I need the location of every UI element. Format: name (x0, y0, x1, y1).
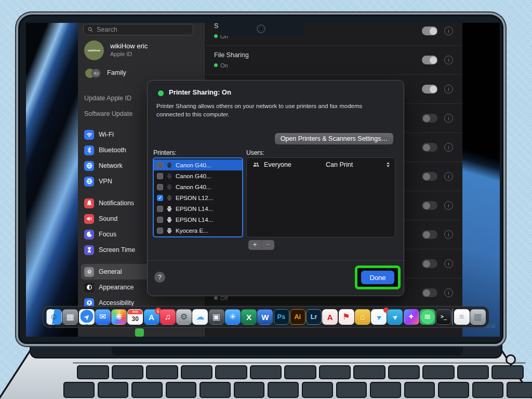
printer-name: Canon G40... (176, 184, 211, 190)
calendar-icon[interactable]: 30 AUG (127, 309, 143, 325)
keyboard-row (63, 382, 532, 398)
keyboard-key (268, 382, 299, 398)
sidebar-link-update-apple-id[interactable]: Update Apple ID (84, 95, 131, 102)
printer-sharing-dialog: Printer Sharing: On Printer Sharing allo… (147, 80, 404, 296)
dock-separator[interactable] (452, 309, 453, 325)
printer-row[interactable]: ✓ Kyocera E... (154, 225, 242, 236)
photoshop-icon[interactable]: Ps (274, 309, 289, 325)
documents-stack-icon[interactable]: ≡ (454, 309, 470, 325)
info-icon[interactable]: i (444, 143, 453, 152)
toggle-switch[interactable] (422, 230, 437, 239)
permission-popup-chevrons-icon[interactable] (387, 162, 390, 168)
system-settings-icon[interactable]: ⚙ (176, 309, 192, 325)
photos-icon[interactable]: ❋ (111, 309, 127, 325)
printer-row[interactable]: ✓ EPSON L14... (154, 214, 242, 225)
open-printers-scanners-settings-button[interactable]: Open Printers & Scanners Settings… (275, 133, 393, 144)
toggle-switch[interactable] (422, 26, 437, 35)
help-button[interactable]: ? (154, 272, 165, 283)
word-icon[interactable]: W (257, 309, 273, 325)
info-icon[interactable]: i (444, 85, 453, 94)
app-store-icon[interactable]: A 6 (144, 309, 159, 325)
toggle-switch[interactable] (422, 201, 437, 210)
search-input[interactable]: Search (83, 24, 193, 35)
cloud-app-icon[interactable]: ☁ (192, 309, 208, 325)
wifi-app-icon[interactable]: ≋ (420, 309, 435, 325)
music-icon[interactable]: ♫ (160, 309, 176, 325)
toggle-switch[interactable] (422, 288, 437, 297)
dock-icon-glyph: ➤ (375, 313, 382, 321)
users-label: Users: (246, 149, 264, 156)
red-ribbon-app-icon[interactable]: ⚑ (339, 309, 354, 325)
users-list: Everyone Can Print (246, 157, 395, 237)
keyboard-key (250, 365, 282, 379)
dock-icon-glyph: ➤ (82, 312, 91, 322)
printer-checkbox[interactable]: ✓ (157, 173, 163, 179)
printer-row[interactable]: ✓ Canon G40... (154, 181, 242, 192)
printer-name: Canon G40... (176, 173, 211, 179)
info-icon[interactable]: i (444, 114, 453, 123)
add-remove-control: + − (248, 240, 274, 250)
lightroom-icon[interactable]: Lr (306, 309, 322, 325)
user-row[interactable]: Everyone Can Print (247, 158, 395, 171)
remove-printer-button[interactable]: − (261, 240, 274, 250)
info-icon[interactable]: i (444, 201, 453, 210)
annotation-highlight: Done (355, 265, 401, 289)
info-icon[interactable]: i (444, 259, 453, 268)
search-icon (87, 26, 94, 33)
info-icon[interactable]: i (444, 172, 453, 181)
done-button[interactable]: Done (361, 271, 394, 284)
sidebar-link-software-update[interactable]: Software Update (84, 110, 132, 117)
printer-row[interactable]: ✓ Canon G40... (154, 159, 242, 170)
dock-icon-glyph: W (261, 313, 269, 321)
twitter-icon[interactable]: ➤ (371, 309, 387, 325)
printer-checkbox[interactable]: ✓ (157, 217, 163, 223)
keyboard-key (284, 365, 316, 379)
toggle-switch[interactable] (422, 259, 437, 268)
finder-icon[interactable]: ☺ (46, 309, 62, 325)
info-icon[interactable]: i (444, 56, 453, 64)
info-icon[interactable]: i (444, 26, 453, 35)
toggle-switch[interactable] (422, 172, 437, 181)
keyboard-key (507, 382, 532, 398)
apple-id-profile[interactable]: wikiHow wikiHow eric Apple ID (81, 39, 202, 62)
printer-checkbox[interactable]: ✓ (157, 206, 163, 212)
info-icon[interactable]: i (444, 288, 453, 297)
everyone-group-icon (252, 161, 260, 169)
printer-checkbox[interactable]: ✓ (157, 162, 163, 168)
telegram-icon[interactable]: ➤ (387, 309, 403, 325)
add-printer-button[interactable]: + (248, 240, 261, 250)
toggle-switch[interactable] (422, 143, 437, 152)
dock-icon-glyph: ⌂ (360, 313, 365, 321)
toggle-switch[interactable] (422, 114, 437, 123)
yellow-box-app-icon[interactable]: ⌂ (355, 309, 370, 325)
mail-icon[interactable]: ✉ (95, 309, 111, 325)
toggle-switch[interactable] (422, 56, 437, 64)
printer-row[interactable]: ✓ Canon G40... (154, 170, 242, 181)
sidebar-item-family[interactable]: RJ Family (81, 66, 202, 80)
keyboard-key (77, 365, 109, 379)
user-permission[interactable]: Can Print (326, 161, 353, 168)
printer-checkbox[interactable]: ✓ (157, 184, 163, 190)
printer-checkbox[interactable]: ✓ (157, 195, 163, 201)
keyboard-key (370, 382, 401, 398)
printer-row[interactable]: ✓ EPSON L14... (154, 203, 242, 214)
launchpad-icon[interactable]: ▦ (62, 309, 78, 325)
dock-icon-glyph: Lr (311, 314, 317, 321)
excel-icon[interactable]: X (241, 309, 257, 325)
toggle-switch[interactable] (422, 85, 437, 94)
printer-checkbox[interactable]: ✓ (157, 228, 163, 234)
illustrator-icon[interactable]: Ai (290, 309, 305, 325)
status-dot (214, 34, 218, 38)
search-placeholder: Search (97, 26, 117, 33)
terminal-icon[interactable]: >_ (436, 309, 451, 325)
screenshot-app-icon[interactable]: ▣ (209, 309, 224, 325)
sidebar-item-icon (84, 283, 94, 292)
info-icon[interactable]: i (444, 230, 453, 239)
dock-icon-glyph: A (327, 313, 333, 321)
messenger-icon[interactable]: ✦ (404, 309, 419, 325)
autocad-icon[interactable]: A (322, 309, 338, 325)
printer-row[interactable]: ✓ EPSON L12... (154, 192, 242, 203)
safari-icon[interactable]: ➤ (79, 309, 95, 325)
shareit-icon[interactable]: ✳ (225, 309, 241, 325)
trash-icon[interactable]: ▥ (470, 309, 486, 325)
